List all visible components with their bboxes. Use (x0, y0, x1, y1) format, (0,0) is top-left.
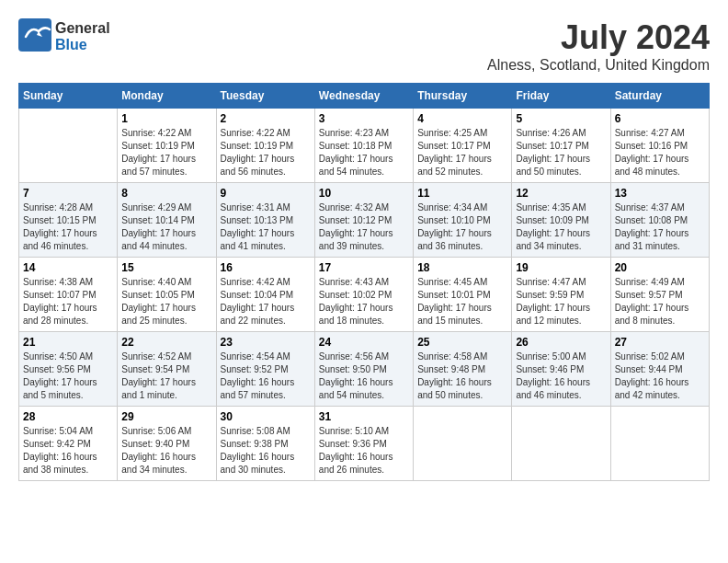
day-info: Sunrise: 4:22 AM Sunset: 10:19 PM Daylig… (121, 127, 211, 178)
day-info: Sunrise: 4:23 AM Sunset: 10:18 PM Daylig… (319, 127, 409, 178)
calendar-cell: 5Sunrise: 4:26 AM Sunset: 10:17 PM Dayli… (512, 109, 610, 183)
day-info: Sunrise: 4:42 AM Sunset: 10:04 PM Daylig… (221, 276, 311, 327)
calendar-cell: 19Sunrise: 4:47 AM Sunset: 9:59 PM Dayli… (512, 258, 610, 332)
header-row: SundayMondayTuesdayWednesdayThursdayFrid… (19, 84, 710, 109)
calendar-cell: 2Sunrise: 4:22 AM Sunset: 10:19 PM Dayli… (216, 109, 314, 183)
calendar-cell: 8Sunrise: 4:29 AM Sunset: 10:14 PM Dayli… (118, 183, 216, 258)
day-number: 21 (23, 336, 113, 349)
calendar-cell: 25Sunrise: 4:58 AM Sunset: 9:48 PM Dayli… (414, 332, 512, 407)
day-number: 29 (121, 410, 211, 423)
calendar-cell (19, 109, 118, 183)
day-info: Sunrise: 4:40 AM Sunset: 10:05 PM Daylig… (121, 276, 211, 327)
day-number: 11 (417, 187, 507, 200)
day-number: 9 (221, 187, 311, 200)
header-day-sunday: Sunday (19, 84, 118, 109)
day-info: Sunrise: 4:38 AM Sunset: 10:07 PM Daylig… (23, 276, 113, 327)
day-number: 8 (121, 187, 211, 200)
day-info: Sunrise: 4:25 AM Sunset: 10:17 PM Daylig… (417, 127, 507, 178)
day-number: 25 (417, 336, 507, 349)
day-info: Sunrise: 4:56 AM Sunset: 9:50 PM Dayligh… (319, 350, 409, 402)
calendar-cell: 16Sunrise: 4:42 AM Sunset: 10:04 PM Dayl… (216, 258, 314, 332)
day-number: 15 (121, 261, 211, 274)
day-info: Sunrise: 5:00 AM Sunset: 9:46 PM Dayligh… (516, 350, 606, 402)
title-area: July 2024 Alness, Scotland, United Kingd… (487, 18, 710, 74)
day-number: 6 (615, 112, 705, 125)
day-info: Sunrise: 4:34 AM Sunset: 10:10 PM Daylig… (417, 201, 507, 253)
logo-text: General Blue (55, 20, 110, 52)
day-info: Sunrise: 4:52 AM Sunset: 9:54 PM Dayligh… (121, 350, 211, 402)
calendar-cell: 15Sunrise: 4:40 AM Sunset: 10:05 PM Dayl… (118, 258, 216, 332)
week-row-3: 14Sunrise: 4:38 AM Sunset: 10:07 PM Dayl… (19, 258, 710, 332)
day-info: Sunrise: 4:37 AM Sunset: 10:08 PM Daylig… (615, 201, 705, 253)
calendar-table: SundayMondayTuesdayWednesdayThursdayFrid… (18, 83, 710, 481)
week-row-4: 21Sunrise: 4:50 AM Sunset: 9:56 PM Dayli… (19, 332, 710, 407)
day-number: 23 (221, 336, 311, 349)
day-info: Sunrise: 4:22 AM Sunset: 10:19 PM Daylig… (221, 127, 311, 178)
day-number: 18 (417, 261, 507, 274)
calendar-cell: 22Sunrise: 4:52 AM Sunset: 9:54 PM Dayli… (118, 332, 216, 407)
day-number: 13 (615, 187, 705, 200)
day-info: Sunrise: 5:10 AM Sunset: 9:36 PM Dayligh… (319, 425, 409, 477)
week-row-5: 28Sunrise: 5:04 AM Sunset: 9:42 PM Dayli… (19, 407, 710, 481)
day-number: 1 (121, 112, 211, 125)
calendar-cell: 29Sunrise: 5:06 AM Sunset: 9:40 PM Dayli… (118, 407, 216, 481)
calendar-header: SundayMondayTuesdayWednesdayThursdayFrid… (19, 84, 710, 109)
day-number: 24 (319, 336, 409, 349)
header-day-thursday: Thursday (414, 84, 512, 109)
day-number: 30 (221, 410, 311, 423)
day-info: Sunrise: 4:28 AM Sunset: 10:15 PM Daylig… (23, 201, 113, 253)
calendar-cell: 4Sunrise: 4:25 AM Sunset: 10:17 PM Dayli… (414, 109, 512, 183)
calendar-cell: 14Sunrise: 4:38 AM Sunset: 10:07 PM Dayl… (19, 258, 118, 332)
calendar-cell (610, 407, 709, 481)
location-title: Alness, Scotland, United Kingdom (487, 57, 710, 74)
calendar-cell: 3Sunrise: 4:23 AM Sunset: 10:18 PM Dayli… (314, 109, 413, 183)
day-number: 31 (319, 410, 409, 423)
day-number: 12 (516, 187, 606, 200)
calendar-cell: 21Sunrise: 4:50 AM Sunset: 9:56 PM Dayli… (19, 332, 118, 407)
calendar-cell (512, 407, 610, 481)
day-number: 26 (516, 336, 606, 349)
calendar-cell: 24Sunrise: 4:56 AM Sunset: 9:50 PM Dayli… (314, 332, 413, 407)
calendar-body: 1Sunrise: 4:22 AM Sunset: 10:19 PM Dayli… (19, 109, 710, 481)
day-info: Sunrise: 4:32 AM Sunset: 10:12 PM Daylig… (319, 201, 409, 253)
day-number: 14 (23, 261, 113, 274)
day-number: 20 (615, 261, 705, 274)
day-number: 10 (319, 187, 409, 200)
week-row-1: 1Sunrise: 4:22 AM Sunset: 10:19 PM Dayli… (19, 109, 710, 183)
calendar-cell (414, 407, 512, 481)
day-number: 27 (615, 336, 705, 349)
header-day-monday: Monday (118, 84, 216, 109)
calendar-cell: 30Sunrise: 5:08 AM Sunset: 9:38 PM Dayli… (216, 407, 314, 481)
day-info: Sunrise: 4:58 AM Sunset: 9:48 PM Dayligh… (417, 350, 507, 402)
day-info: Sunrise: 4:26 AM Sunset: 10:17 PM Daylig… (516, 127, 606, 178)
day-number: 17 (319, 261, 409, 274)
calendar-cell: 31Sunrise: 5:10 AM Sunset: 9:36 PM Dayli… (314, 407, 413, 481)
logo-icon (18, 18, 51, 55)
day-info: Sunrise: 4:45 AM Sunset: 10:01 PM Daylig… (417, 276, 507, 327)
day-info: Sunrise: 4:29 AM Sunset: 10:14 PM Daylig… (121, 201, 211, 253)
logo-general-text: General (55, 20, 110, 37)
calendar-cell: 28Sunrise: 5:04 AM Sunset: 9:42 PM Dayli… (19, 407, 118, 481)
calendar-cell: 27Sunrise: 5:02 AM Sunset: 9:44 PM Dayli… (610, 332, 709, 407)
header-day-saturday: Saturday (610, 84, 709, 109)
calendar-cell: 23Sunrise: 4:54 AM Sunset: 9:52 PM Dayli… (216, 332, 314, 407)
day-number: 28 (23, 410, 113, 423)
day-number: 7 (23, 187, 113, 200)
day-info: Sunrise: 4:35 AM Sunset: 10:09 PM Daylig… (516, 201, 606, 253)
header: General Blue July 2024 Alness, Scotland,… (18, 18, 710, 74)
calendar-cell: 26Sunrise: 5:00 AM Sunset: 9:46 PM Dayli… (512, 332, 610, 407)
calendar-cell: 1Sunrise: 4:22 AM Sunset: 10:19 PM Dayli… (118, 109, 216, 183)
calendar-cell: 17Sunrise: 4:43 AM Sunset: 10:02 PM Dayl… (314, 258, 413, 332)
calendar-cell: 12Sunrise: 4:35 AM Sunset: 10:09 PM Dayl… (512, 183, 610, 258)
svg-rect-0 (18, 18, 51, 52)
header-day-friday: Friday (512, 84, 610, 109)
calendar-cell: 11Sunrise: 4:34 AM Sunset: 10:10 PM Dayl… (414, 183, 512, 258)
logo: General Blue (18, 18, 110, 55)
day-info: Sunrise: 5:06 AM Sunset: 9:40 PM Dayligh… (121, 425, 211, 477)
calendar-cell: 9Sunrise: 4:31 AM Sunset: 10:13 PM Dayli… (216, 183, 314, 258)
calendar-cell: 18Sunrise: 4:45 AM Sunset: 10:01 PM Dayl… (414, 258, 512, 332)
day-info: Sunrise: 5:04 AM Sunset: 9:42 PM Dayligh… (23, 425, 113, 477)
day-info: Sunrise: 5:02 AM Sunset: 9:44 PM Dayligh… (615, 350, 705, 402)
day-info: Sunrise: 4:43 AM Sunset: 10:02 PM Daylig… (319, 276, 409, 327)
day-info: Sunrise: 4:54 AM Sunset: 9:52 PM Dayligh… (221, 350, 311, 402)
